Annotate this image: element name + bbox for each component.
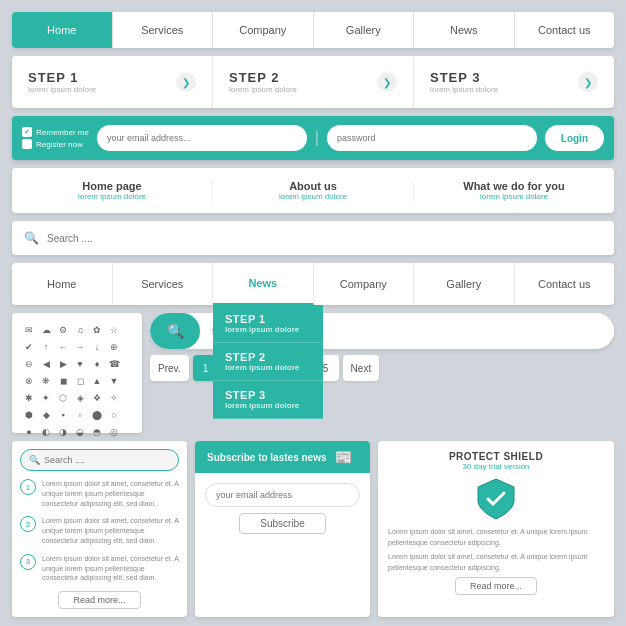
icon-asterisk[interactable]: ❋ — [39, 374, 53, 388]
remember-me-row[interactable]: ✔ Remember me — [22, 127, 89, 137]
icon-half-circle3[interactable]: ◒ — [73, 425, 87, 439]
step-1-arrow: ❯ — [176, 72, 196, 92]
nav2-news[interactable]: News STEP 1 lorem ipsum dolore STEP 2 lo… — [213, 263, 314, 305]
icon-sm-square[interactable]: ▪ — [56, 408, 70, 422]
icon-dot[interactable]: ⬤ — [90, 408, 104, 422]
step-2[interactable]: STEP 2 lorem ipsum dolore ❯ — [213, 56, 414, 108]
icon-hex[interactable]: ⬡ — [56, 391, 70, 405]
dd-step-2-title: STEP 2 — [225, 351, 311, 363]
nav1-contact[interactable]: Contact us — [515, 12, 615, 48]
register-label: Register now — [36, 140, 83, 149]
about-us-link[interactable]: About us lorem ipsum dolore — [213, 180, 414, 201]
subscribe-email-input[interactable] — [205, 483, 360, 507]
register-row[interactable]: Register now — [22, 139, 89, 149]
prev-button[interactable]: Prev. — [150, 355, 189, 381]
icon-check[interactable]: ✔ — [22, 340, 36, 354]
list-read-more-button[interactable]: Read more... — [58, 591, 140, 609]
icon-x-circle[interactable]: ⊗ — [22, 374, 36, 388]
search-input-1[interactable] — [47, 233, 602, 244]
dd-step-3[interactable]: STEP 3 lorem ipsum dolore — [213, 381, 323, 419]
home-links-bar: Home page lorem ipsum dolore About us lo… — [12, 168, 614, 213]
icon-up[interactable]: ↑ — [39, 340, 53, 354]
list-text-2: Lorem ipsum dolor sit amet, consetetur e… — [42, 516, 179, 545]
about-us-title: About us — [223, 180, 403, 192]
step-1[interactable]: STEP 1 lorem ipsum dolore ❯ — [12, 56, 213, 108]
nav1-services[interactable]: Services — [113, 12, 214, 48]
shield-widget: PROTECT SHIELD 30 day trial version Lore… — [378, 441, 614, 617]
icon-right[interactable]: → — [73, 340, 87, 354]
icon-flower[interactable]: ✿ — [90, 323, 104, 337]
icon-sparkle2[interactable]: ✧ — [107, 391, 121, 405]
icon-cloud[interactable]: ☁ — [39, 323, 53, 337]
remember-me-label: Remember me — [36, 128, 89, 137]
step-3-title: STEP 3 — [430, 70, 498, 85]
icon-sm-square2[interactable]: ▫ — [73, 408, 87, 422]
icon-half-circle4[interactable]: ◓ — [90, 425, 104, 439]
icon-triangle-up[interactable]: ▲ — [90, 374, 104, 388]
icon-phone[interactable]: ☎ — [107, 357, 121, 371]
nav1-home[interactable]: Home — [12, 12, 113, 48]
remember-me-checkbox[interactable]: ✔ — [22, 127, 32, 137]
home-page-link[interactable]: Home page lorem ipsum dolore — [12, 180, 213, 201]
icon-asterisk2[interactable]: ✱ — [22, 391, 36, 405]
shield-read-more-button[interactable]: Read more... — [455, 577, 537, 595]
step-2-sub: lorem ipsum dolore — [229, 85, 297, 94]
subscribe-icon: 📰 — [335, 449, 352, 465]
icon-left[interactable]: ← — [56, 340, 70, 354]
email-input[interactable] — [97, 125, 307, 151]
icon-star[interactable]: ☆ — [107, 323, 121, 337]
nav2-home[interactable]: Home — [12, 263, 113, 305]
nav1-company[interactable]: Company — [213, 12, 314, 48]
step-3[interactable]: STEP 3 lorem ipsum dolore ❯ — [414, 56, 614, 108]
icon-minus-circle[interactable]: ⊖ — [22, 357, 36, 371]
login-button[interactable]: Login — [545, 125, 604, 151]
login-bar: ✔ Remember me Register now | Login — [12, 116, 614, 160]
nav2-contact[interactable]: Contact us — [515, 263, 615, 305]
dd-step-2-sub: lorem ipsum dolore — [225, 363, 311, 372]
list-search-input[interactable] — [44, 455, 170, 465]
subscribe-button[interactable]: Subscribe — [239, 513, 325, 534]
icon-gear[interactable]: ⚙ — [56, 323, 70, 337]
icon-diamond2[interactable]: ◈ — [73, 391, 87, 405]
nav2-gallery[interactable]: Gallery — [414, 263, 515, 305]
dd-step-2[interactable]: STEP 2 lorem ipsum dolore — [213, 343, 323, 381]
password-input[interactable] — [327, 125, 537, 151]
subscribe-title: Subscribe to lastes news — [207, 452, 327, 463]
dd-step-1[interactable]: STEP 1 lorem ipsum dolore — [213, 305, 323, 343]
nav1-news[interactable]: News — [414, 12, 515, 48]
register-checkbox[interactable] — [22, 139, 32, 149]
bottom-row: 🔍 1 Lorem ipsum dolor sit amet, consetet… — [12, 441, 614, 617]
search-bar-1: 🔍 — [12, 221, 614, 255]
icon-music[interactable]: ♫ — [73, 323, 87, 337]
icon-diamond3[interactable]: ◆ — [39, 408, 53, 422]
icon-back[interactable]: ◀ — [39, 357, 53, 371]
icon-circle[interactable]: ○ — [107, 408, 121, 422]
icon-hex2[interactable]: ⬢ — [22, 408, 36, 422]
login-checkboxes: ✔ Remember me Register now — [22, 127, 89, 149]
icon-down[interactable]: ↓ — [90, 340, 104, 354]
icon-diamond[interactable]: ♦ — [90, 357, 104, 371]
icon-triangle-down[interactable]: ▼ — [107, 374, 121, 388]
nav2-company[interactable]: Company — [314, 263, 415, 305]
icon-plus-circle[interactable]: ⊕ — [107, 340, 121, 354]
icon-half-circle[interactable]: ◐ — [39, 425, 53, 439]
icon-target[interactable]: ◎ — [107, 425, 121, 439]
nav1-gallery[interactable]: Gallery — [314, 12, 415, 48]
icon-sparkle[interactable]: ✦ — [39, 391, 53, 405]
icon-circle-fill[interactable]: ● — [22, 425, 36, 439]
icon-email[interactable]: ✉ — [22, 323, 36, 337]
icon-square[interactable]: ◻ — [73, 374, 87, 388]
icon-forward[interactable]: ▶ — [56, 357, 70, 371]
list-num-3: 3 — [20, 554, 36, 570]
next-button[interactable]: Next — [343, 355, 380, 381]
shield-title: PROTECT SHIELD — [388, 451, 604, 462]
search-button-2[interactable]: 🔍 — [150, 313, 200, 349]
icon-heart[interactable]: ♥ — [73, 357, 87, 371]
icon-cross[interactable]: ❖ — [90, 391, 104, 405]
nav2-services[interactable]: Services — [113, 263, 214, 305]
main-container: Home Services Company Gallery News Conta… — [12, 12, 614, 626]
subscribe-body: Subscribe — [195, 473, 370, 544]
what-we-do-link[interactable]: What we do for you lorem ipsum dolore — [414, 180, 614, 201]
icon-square-fill[interactable]: ◼ — [56, 374, 70, 388]
icon-half-circle2[interactable]: ◑ — [56, 425, 70, 439]
